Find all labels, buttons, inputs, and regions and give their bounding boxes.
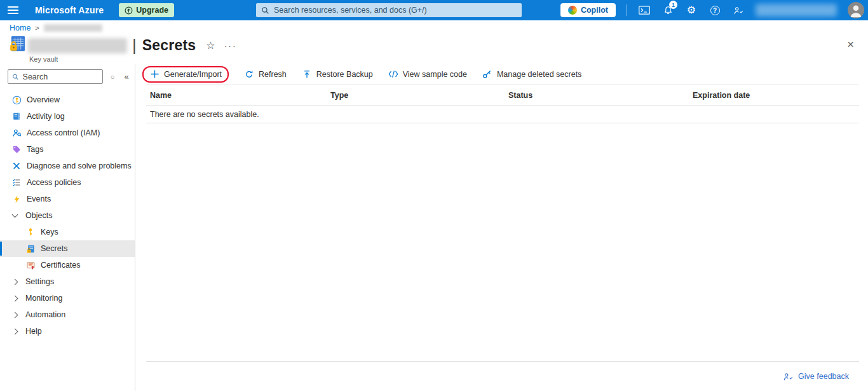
column-header-name[interactable]: Name: [150, 91, 330, 100]
breadcrumb: Home >: [0, 20, 868, 33]
main-content: Generate/ImportRefreshRestore BackupView…: [135, 64, 868, 391]
favorite-star-icon[interactable]: ☆: [206, 39, 215, 51]
upgrade-button[interactable]: Upgrade: [119, 3, 174, 17]
sidebar-item-label: Overview: [27, 95, 60, 104]
toolbar-button-label: View sample code: [403, 70, 467, 79]
copilot-label: Copilot: [581, 6, 608, 15]
page-header: Key vault | Secrets ☆ ··· ×: [0, 33, 868, 64]
sidebar-item-overview[interactable]: Overview: [0, 92, 135, 108]
chevron-right-icon: [12, 295, 18, 301]
tags-icon: [11, 144, 22, 154]
help-icon[interactable]: ?: [709, 3, 721, 17]
activity-log-icon: [11, 111, 22, 121]
sidebar: ○ « OverviewActivity logAccess control (…: [0, 64, 135, 391]
restore-backup-icon: [302, 69, 312, 79]
events-icon: [11, 194, 22, 204]
redacted-breadcrumb-item[interactable]: [44, 24, 102, 32]
sidebar-item-secrets[interactable]: Secrets: [0, 240, 135, 257]
sidebar-item-label: Settings: [25, 277, 54, 286]
sidebar-item-label: Secrets: [41, 244, 67, 253]
empty-table-message: There are no secrets available.: [146, 106, 859, 123]
sidebar-item-settings[interactable]: Settings: [0, 273, 135, 290]
toolbar-button-view-sample-code[interactable]: View sample code: [388, 69, 467, 79]
toolbar-button-generate-import[interactable]: Generate/Import: [149, 69, 222, 79]
resource-type-label: Key vault: [29, 55, 58, 63]
title-separator: |: [132, 36, 137, 55]
copilot-button[interactable]: Copilot: [560, 3, 616, 17]
certificates-icon: [25, 260, 36, 270]
breadcrumb-separator: >: [35, 24, 39, 32]
sidebar-item-access-control-iam[interactable]: Access control (IAM): [0, 125, 135, 141]
sidebar-search-input[interactable]: [23, 72, 98, 81]
toolbar-button-restore-backup[interactable]: Restore Backup: [302, 69, 373, 79]
breadcrumb-home-link[interactable]: Home: [10, 24, 31, 32]
sidebar-mini-icon[interactable]: ○: [108, 73, 117, 81]
sidebar-item-activity-log[interactable]: Activity log: [0, 108, 135, 125]
notifications-bell-icon[interactable]: 1: [661, 3, 674, 17]
secrets-icon: [25, 244, 36, 254]
refresh-icon: [244, 69, 254, 79]
topbar-divider: [627, 4, 627, 16]
sidebar-item-diagnose-and-solve-problems[interactable]: Diagnose and solve problems: [0, 158, 135, 174]
chevron-right-icon: [12, 328, 18, 334]
diagnose-icon: [11, 161, 22, 171]
toolbar-button-label: Generate/Import: [164, 70, 222, 79]
top-bar: Microsoft Azure Upgrade Copilot 1 ⚙ ?: [0, 0, 868, 20]
sidebar-item-events[interactable]: Events: [0, 191, 135, 207]
search-icon: [261, 6, 269, 15]
sidebar-item-label: Keys: [41, 228, 58, 237]
sidebar-item-label: Tags: [27, 145, 43, 154]
add-icon: [149, 69, 159, 79]
keys-icon: [25, 227, 36, 237]
upgrade-label: Upgrade: [136, 6, 168, 15]
toolbar-button-label: Manage deleted secrets: [497, 70, 581, 79]
close-icon[interactable]: ×: [847, 38, 854, 50]
more-options-icon[interactable]: ···: [224, 41, 237, 51]
command-bar: Generate/ImportRefreshRestore BackupView…: [146, 64, 859, 85]
code-icon: [388, 69, 398, 79]
sidebar-nav: OverviewActivity logAccess control (IAM)…: [0, 92, 135, 340]
chevron-down-icon: [12, 212, 18, 218]
sidebar-item-help[interactable]: Help: [0, 323, 135, 340]
chevron-right-icon: [12, 278, 18, 285]
azure-brand[interactable]: Microsoft Azure: [35, 5, 104, 15]
sidebar-item-tags[interactable]: Tags: [0, 141, 135, 158]
cloud-shell-icon[interactable]: [638, 3, 651, 17]
toolbar-button-label: Restore Backup: [316, 70, 373, 79]
chevron-right-icon: [12, 312, 18, 318]
upgrade-arrow-icon: [125, 6, 133, 15]
sidebar-item-label: Objects: [25, 211, 52, 220]
redacted-vault-name: [28, 38, 127, 53]
page-title: Secrets: [142, 37, 196, 54]
sidebar-item-monitoring[interactable]: Monitoring: [0, 290, 135, 306]
sidebar-item-label: Automation: [25, 310, 65, 319]
sidebar-item-access-policies[interactable]: Access policies: [0, 174, 135, 191]
give-feedback-icon: [783, 373, 794, 381]
global-search[interactable]: [256, 3, 522, 17]
sidebar-search[interactable]: [8, 69, 103, 84]
toolbar-button-manage-deleted-secrets[interactable]: Manage deleted secrets: [482, 69, 581, 79]
sidebar-collapse-icon[interactable]: «: [122, 72, 131, 81]
toolbar-button-refresh[interactable]: Refresh: [244, 69, 287, 79]
account-avatar[interactable]: [848, 2, 864, 18]
footer: Give feedback: [146, 362, 859, 391]
sidebar-item-label: Help: [25, 327, 42, 336]
feedback-icon[interactable]: [732, 3, 745, 17]
annotation-highlight-box: Generate/Import: [142, 66, 229, 83]
overview-icon: [11, 95, 22, 105]
column-header-status[interactable]: Status: [508, 91, 693, 100]
secrets-table-header: NameTypeStatusExpiration date: [146, 85, 859, 105]
sidebar-item-certificates[interactable]: Certificates: [0, 257, 135, 273]
sidebar-item-automation[interactable]: Automation: [0, 306, 135, 323]
sidebar-item-objects[interactable]: Objects: [0, 207, 135, 224]
column-header-expiration-date[interactable]: Expiration date: [693, 91, 859, 100]
settings-gear-icon[interactable]: ⚙: [685, 3, 698, 17]
hamburger-menu-icon[interactable]: [8, 6, 18, 14]
sidebar-item-label: Access policies: [27, 178, 81, 187]
access-control-icon: [11, 128, 22, 138]
global-search-input[interactable]: [274, 6, 517, 15]
sidebar-item-label: Diagnose and solve problems: [27, 161, 132, 170]
give-feedback-link[interactable]: Give feedback: [798, 372, 849, 381]
column-header-type[interactable]: Type: [330, 91, 508, 100]
sidebar-item-keys[interactable]: Keys: [0, 224, 135, 240]
